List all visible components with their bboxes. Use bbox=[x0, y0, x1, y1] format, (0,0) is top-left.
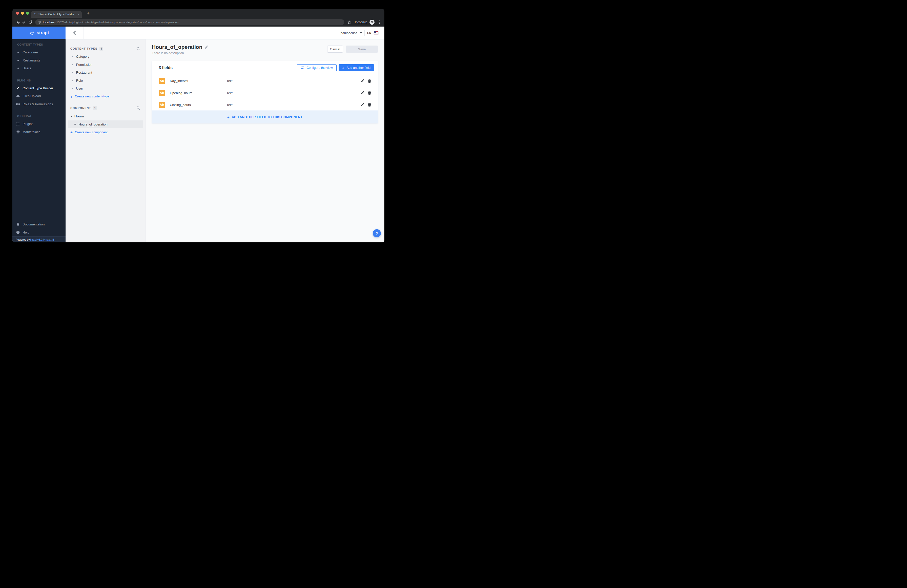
sliders-icon bbox=[301, 66, 304, 70]
search-icon[interactable] bbox=[136, 106, 140, 110]
strapi-rocket-icon bbox=[29, 30, 35, 36]
site-info-icon[interactable] bbox=[38, 21, 41, 24]
row-actions bbox=[361, 79, 371, 83]
fields-panel-header: 3 fields Configure the view + Add anothe… bbox=[152, 61, 378, 75]
url-path: :1337/admin/plugins/content-type-builder… bbox=[55, 21, 178, 24]
content-types-count-badge: 5 bbox=[99, 47, 104, 51]
basket-icon bbox=[16, 130, 20, 134]
powered-by-text: Powered by bbox=[16, 238, 30, 241]
chevron-expanded-icon bbox=[71, 115, 72, 117]
component-group-title: COMPONENT bbox=[71, 107, 91, 109]
reload-icon[interactable] bbox=[27, 19, 33, 25]
back-icon[interactable] bbox=[15, 19, 21, 25]
text-type-badge: Ab bbox=[159, 78, 165, 84]
plus-icon: + bbox=[342, 66, 345, 70]
page-title: Hours_of_operation bbox=[152, 44, 202, 50]
sidebar-item-users[interactable]: Users bbox=[13, 64, 66, 72]
component-item-hours-of-operation-selected[interactable]: Hours_of_operation bbox=[68, 120, 143, 128]
url-bar[interactable]: localhost:1337/admin/plugins/content-typ… bbox=[35, 19, 344, 25]
strapi-app: strapi CONTENT TYPES Categories Restaura… bbox=[13, 27, 385, 242]
strapi-logo[interactable]: strapi bbox=[13, 27, 66, 39]
edit-title-pencil-icon[interactable] bbox=[205, 46, 208, 49]
content-type-item-category[interactable]: Category bbox=[66, 53, 145, 61]
section-label-general: GENERAL bbox=[13, 112, 66, 120]
zoom-window-button[interactable] bbox=[26, 12, 29, 15]
browser-tab[interactable]: Strapi - Content Type Builder ✕ bbox=[31, 11, 82, 18]
header-actions: Cancel Save bbox=[327, 46, 378, 53]
browser-window: Strapi - Content Type Builder ✕ + localh… bbox=[13, 9, 385, 242]
save-button[interactable]: Save bbox=[346, 46, 378, 53]
us-flag-icon[interactable] bbox=[374, 31, 378, 34]
cancel-button[interactable]: Cancel bbox=[327, 46, 343, 53]
create-content-type-link[interactable]: + Create new content-type bbox=[66, 93, 145, 101]
sidebar-item-categories[interactable]: Categories bbox=[13, 48, 66, 56]
help-fab-button[interactable]: ? bbox=[373, 229, 381, 237]
strapi-version-link[interactable]: Strapi v3.0.0-next.33 bbox=[30, 238, 54, 241]
sidebar-item-help[interactable]: ? Help bbox=[13, 229, 66, 237]
search-icon[interactable] bbox=[136, 47, 140, 50]
section-label-plugins: PLUGINS bbox=[13, 77, 66, 84]
question-circle-icon: ? bbox=[16, 231, 20, 234]
content-types-list: Category Permission Restaurant Role User bbox=[66, 53, 145, 93]
bullet-icon bbox=[16, 51, 20, 53]
field-row-day-interval[interactable]: Ab Day_interval Text bbox=[152, 75, 378, 87]
sidebar-item-plugins[interactable]: Plugins bbox=[13, 120, 66, 128]
field-row-closing-hours[interactable]: Ab Closing_hours Text bbox=[152, 99, 378, 111]
fields-list: Ab Day_interval Text Ab Opening_ho bbox=[152, 75, 378, 111]
field-name: Day_interval bbox=[170, 79, 226, 83]
strapi-favicon-icon bbox=[34, 13, 37, 16]
add-another-field-button[interactable]: + Add another field bbox=[339, 64, 374, 71]
incognito-avatar-icon[interactable] bbox=[370, 20, 375, 25]
plus-icon: + bbox=[71, 130, 73, 135]
delete-trash-icon[interactable] bbox=[368, 91, 371, 95]
svg-text:?: ? bbox=[17, 231, 18, 234]
sidebar-nav: CONTENT TYPES Categories Restaurants Use… bbox=[13, 39, 66, 236]
sidebar-item-restaurants[interactable]: Restaurants bbox=[13, 56, 66, 64]
new-tab-button[interactable]: + bbox=[85, 10, 91, 16]
locale-label[interactable]: EN bbox=[367, 31, 371, 34]
component-category-hours[interactable]: Hours bbox=[66, 112, 145, 120]
sidebar-item-documentation[interactable]: Documentation bbox=[13, 220, 66, 229]
content-type-item-restaurant[interactable]: Restaurant bbox=[66, 69, 145, 77]
create-component-link[interactable]: + Create new component bbox=[66, 128, 145, 136]
field-type: Text bbox=[226, 103, 232, 107]
edit-pencil-icon[interactable] bbox=[361, 103, 364, 107]
text-type-badge: Ab bbox=[159, 90, 165, 96]
close-tab-icon[interactable]: ✕ bbox=[77, 13, 80, 16]
content-type-item-user[interactable]: User bbox=[66, 85, 145, 93]
sidebar-item-files-upload[interactable]: Files Upload bbox=[13, 92, 66, 100]
edit-pencil-icon[interactable] bbox=[361, 91, 364, 95]
incognito-label: Incognito bbox=[355, 21, 367, 24]
chevron-down-icon[interactable] bbox=[360, 32, 362, 34]
configure-view-button[interactable]: Configure the view bbox=[297, 64, 337, 71]
user-menu[interactable]: paulbocuse bbox=[340, 31, 357, 35]
sidebar-item-roles-permissions[interactable]: Roles & Permissions bbox=[13, 100, 66, 108]
main-sidebar: strapi CONTENT TYPES Categories Restaura… bbox=[13, 27, 66, 242]
right-column: paulbocuse EN CONTENT TYPES 5 Ca bbox=[66, 27, 385, 242]
plus-icon: + bbox=[227, 115, 229, 119]
sidebar-item-marketplace[interactable]: Marketplace bbox=[13, 128, 66, 136]
add-field-to-component-button[interactable]: + ADD ANOTHER FIELD TO THIS COMPONENT bbox=[152, 111, 378, 123]
content-types-group-header: CONTENT TYPES 5 bbox=[66, 46, 145, 51]
component-group-header: COMPONENT 1 bbox=[66, 105, 145, 111]
url-host: localhost bbox=[43, 21, 55, 24]
powered-by-footer: Powered by Strapi v3.0.0-next.33 bbox=[13, 236, 66, 242]
bullet-icon bbox=[16, 60, 20, 61]
bookmark-star-icon[interactable] bbox=[346, 19, 352, 25]
minimize-window-button[interactable] bbox=[21, 12, 24, 15]
delete-trash-icon[interactable] bbox=[368, 79, 371, 83]
delete-trash-icon[interactable] bbox=[368, 103, 371, 107]
row-actions bbox=[361, 103, 371, 107]
edit-pencil-icon[interactable] bbox=[361, 79, 364, 83]
bullet-icon bbox=[16, 67, 20, 69]
cloud-upload-icon bbox=[16, 94, 20, 98]
book-icon bbox=[16, 223, 20, 226]
content-type-item-role[interactable]: Role bbox=[66, 77, 145, 85]
back-button[interactable] bbox=[66, 27, 83, 39]
forward-icon[interactable] bbox=[21, 19, 27, 25]
content-type-item-permission[interactable]: Permission bbox=[66, 61, 145, 69]
browser-menu-icon[interactable] bbox=[377, 20, 382, 25]
sidebar-item-content-type-builder[interactable]: Content Type Builder bbox=[13, 84, 66, 92]
field-row-opening-hours[interactable]: Ab Opening_hours Text bbox=[152, 87, 378, 99]
close-window-button[interactable] bbox=[16, 12, 19, 15]
